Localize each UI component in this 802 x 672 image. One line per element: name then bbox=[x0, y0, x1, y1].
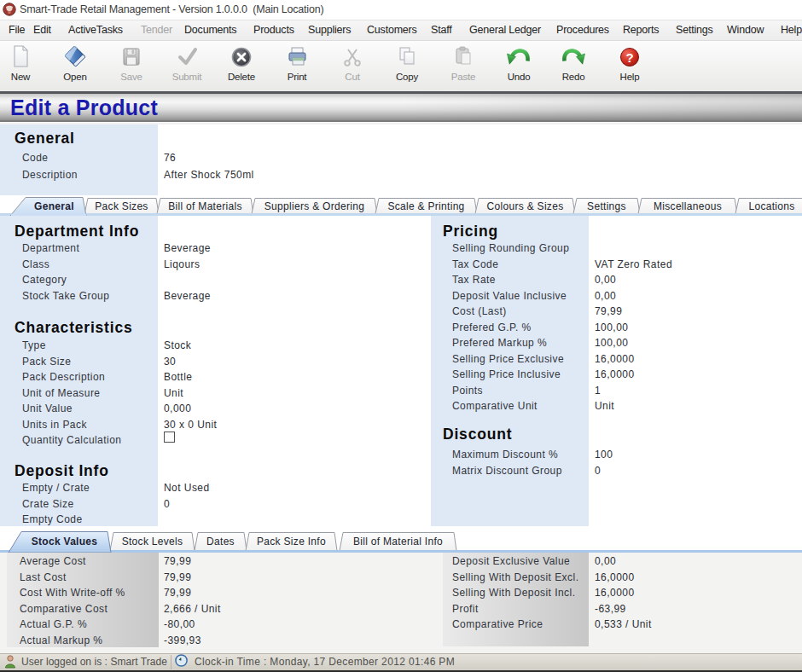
svg-text:Miscellaneous: Miscellaneous bbox=[654, 200, 722, 212]
svg-text:Bill of Materials: Bill of Materials bbox=[168, 200, 241, 212]
svg-text:Pack Sizes: Pack Sizes bbox=[95, 200, 148, 212]
svg-text:Stock Levels: Stock Levels bbox=[122, 536, 183, 547]
svg-text:Locations: Locations bbox=[748, 200, 794, 212]
svg-text:Dates: Dates bbox=[206, 536, 235, 547]
svg-text:Pack Size Info: Pack Size Info bbox=[257, 536, 326, 547]
svg-text:Colours & Sizes: Colours & Sizes bbox=[487, 200, 564, 212]
svg-text:General: General bbox=[34, 200, 74, 212]
svg-text:?: ? bbox=[625, 50, 633, 65]
svg-text:Suppliers & Ordering: Suppliers & Ordering bbox=[264, 200, 364, 212]
svg-text:Stock Values: Stock Values bbox=[32, 536, 98, 547]
svg-text:Settings: Settings bbox=[587, 200, 626, 212]
svg-text:Scale & Printing: Scale & Printing bbox=[387, 200, 464, 212]
svg-text:Bill of Material Info: Bill of Material Info bbox=[353, 536, 443, 547]
